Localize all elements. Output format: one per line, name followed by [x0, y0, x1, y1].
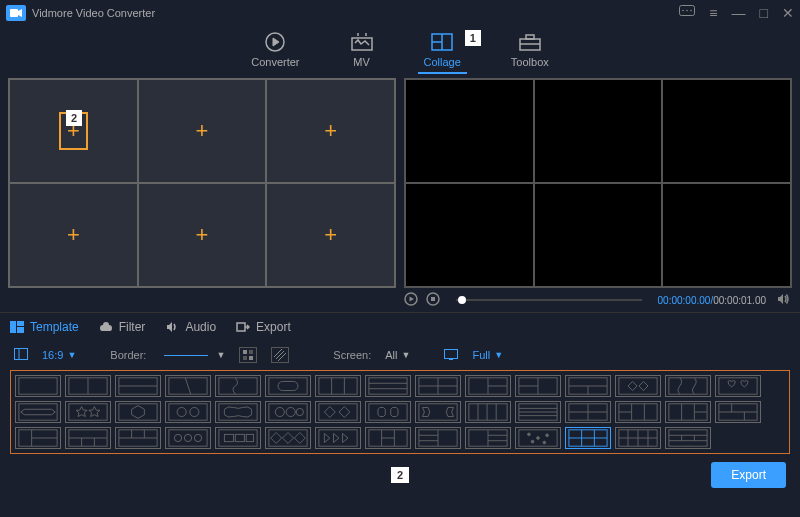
svg-rect-159 — [669, 430, 707, 446]
preview-cell — [534, 79, 663, 183]
svg-rect-24 — [243, 356, 247, 360]
template-item[interactable] — [665, 427, 711, 449]
stop-button[interactable] — [426, 292, 440, 309]
template-item[interactable] — [665, 375, 711, 397]
volume-icon[interactable] — [776, 292, 790, 309]
template-item[interactable] — [465, 401, 511, 423]
template-item[interactable] — [15, 401, 61, 423]
collage-icon — [430, 32, 454, 52]
template-item[interactable] — [265, 427, 311, 449]
collage-edit-grid: + 2 + + + + + — [8, 78, 396, 288]
template-item[interactable] — [165, 401, 211, 423]
svg-rect-18 — [17, 327, 24, 333]
collage-cell[interactable]: + — [266, 183, 395, 287]
template-item[interactable] — [365, 375, 411, 397]
template-item[interactable] — [615, 375, 661, 397]
svg-rect-123 — [246, 434, 253, 441]
feedback-icon[interactable] — [679, 5, 695, 21]
template-item[interactable] — [515, 427, 561, 449]
close-icon[interactable]: ✕ — [782, 5, 794, 21]
tab-audio[interactable]: Audio — [165, 320, 216, 334]
template-item[interactable] — [415, 427, 461, 449]
border-pattern-button[interactable] — [271, 347, 289, 363]
template-item[interactable] — [615, 427, 661, 449]
template-item[interactable] — [515, 401, 561, 423]
collage-cell[interactable]: + 2 — [9, 79, 138, 183]
tab-filter[interactable]: Filter — [99, 320, 146, 334]
svg-marker-127 — [294, 433, 305, 444]
timeline[interactable] — [456, 299, 642, 301]
nav-collage[interactable]: Collage 1 — [424, 32, 461, 68]
template-item-active[interactable] — [565, 427, 611, 449]
minimize-icon[interactable]: — — [732, 5, 746, 21]
tab-export[interactable]: Export — [236, 320, 291, 334]
plus-icon: + — [67, 222, 80, 248]
svg-point-149 — [543, 441, 546, 444]
badge-1: 1 — [465, 30, 481, 46]
svg-point-4 — [691, 10, 693, 12]
svg-rect-11 — [526, 35, 534, 39]
template-item[interactable] — [415, 375, 461, 397]
full-dropdown[interactable]: Full▼ — [472, 349, 503, 361]
border-color-button[interactable] — [239, 347, 257, 363]
play-button[interactable] — [404, 292, 418, 309]
template-item[interactable] — [315, 375, 361, 397]
options-row: 16:9▼ Border: ▼ Screen: All▼ Full▼ — [0, 340, 800, 370]
nav-converter[interactable]: Converter — [251, 32, 299, 68]
template-item[interactable] — [415, 401, 461, 423]
template-item[interactable] — [515, 375, 561, 397]
template-item[interactable] — [565, 375, 611, 397]
svg-rect-38 — [219, 378, 257, 394]
border-style-dropdown[interactable]: ▼ — [160, 350, 225, 360]
template-item[interactable] — [15, 375, 61, 397]
template-item[interactable] — [215, 401, 261, 423]
template-item[interactable] — [65, 427, 111, 449]
collage-cell[interactable]: + — [9, 183, 138, 287]
template-item[interactable] — [165, 427, 211, 449]
template-item[interactable] — [115, 427, 161, 449]
template-item[interactable] — [465, 375, 511, 397]
template-item[interactable] — [365, 427, 411, 449]
template-item[interactable] — [315, 401, 361, 423]
footer-badge: 2 — [391, 467, 409, 483]
export-button[interactable]: Export — [711, 462, 786, 488]
template-item[interactable] — [615, 401, 661, 423]
screen-dropdown[interactable]: All▼ — [385, 349, 410, 361]
template-item[interactable] — [715, 375, 761, 397]
template-item[interactable] — [15, 427, 61, 449]
collage-cell[interactable]: + — [138, 183, 267, 287]
svg-rect-20 — [15, 349, 28, 360]
template-item[interactable] — [115, 401, 161, 423]
template-item[interactable] — [315, 427, 361, 449]
template-item[interactable] — [265, 375, 311, 397]
svg-rect-59 — [619, 378, 657, 394]
template-item[interactable] — [165, 375, 211, 397]
template-item[interactable] — [565, 401, 611, 423]
menu-icon[interactable]: ≡ — [709, 5, 717, 21]
collage-cell[interactable]: + — [138, 79, 267, 183]
nav-mv[interactable]: MV — [350, 32, 374, 68]
svg-line-28 — [278, 353, 286, 361]
template-item[interactable] — [65, 375, 111, 397]
svg-marker-125 — [271, 433, 282, 444]
template-item[interactable] — [465, 427, 511, 449]
template-item[interactable] — [215, 427, 261, 449]
svg-rect-81 — [469, 404, 507, 420]
ratio-dropdown[interactable]: 16:9▼ — [42, 349, 76, 361]
svg-point-145 — [528, 433, 531, 436]
template-item[interactable] — [715, 401, 761, 423]
player-controls: 00:00:00.00/00:00:01.00 — [396, 292, 790, 309]
template-item[interactable] — [365, 401, 411, 423]
tab-template[interactable]: Template — [10, 320, 79, 334]
template-item[interactable] — [65, 401, 111, 423]
timeline-handle[interactable] — [458, 296, 466, 304]
nav-toolbox[interactable]: Toolbox — [511, 32, 549, 68]
svg-point-70 — [190, 407, 199, 416]
template-item[interactable] — [665, 401, 711, 423]
template-item[interactable] — [215, 375, 261, 397]
template-item[interactable] — [115, 375, 161, 397]
maximize-icon[interactable]: □ — [760, 5, 768, 21]
template-item[interactable] — [265, 401, 311, 423]
preview-cell — [405, 79, 534, 183]
collage-cell[interactable]: + — [266, 79, 395, 183]
